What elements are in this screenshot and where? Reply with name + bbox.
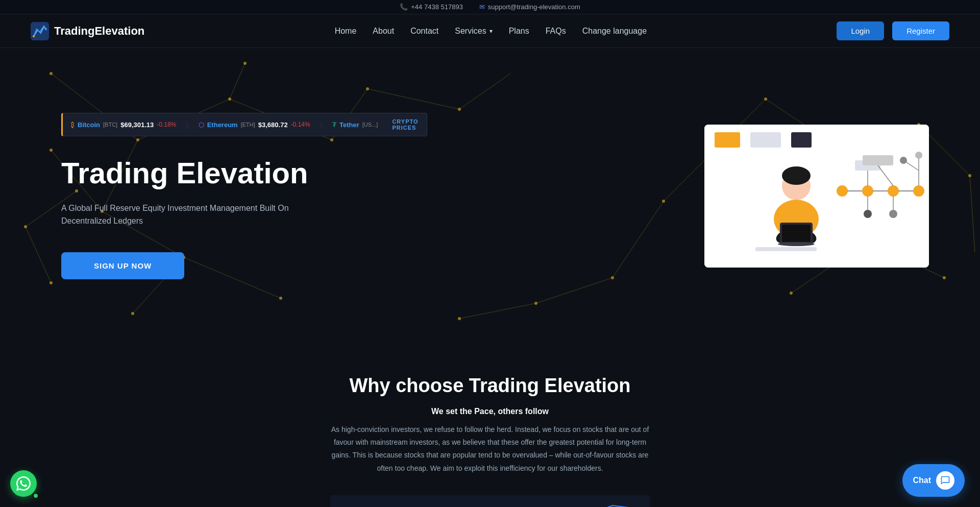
- login-button[interactable]: Login: [837, 21, 884, 40]
- nav-home[interactable]: Home: [335, 27, 357, 36]
- chat-icon: [936, 471, 954, 490]
- svg-rect-66: [782, 225, 811, 242]
- svg-point-40: [366, 87, 369, 90]
- svg-point-52: [611, 276, 614, 279]
- svg-point-72: [888, 186, 898, 196]
- illustration-svg: [704, 125, 929, 268]
- svg-rect-78: [863, 155, 893, 165]
- nav-contact[interactable]: Contact: [410, 27, 438, 36]
- svg-point-87: [889, 210, 897, 218]
- chat-button[interactable]: Chat: [902, 464, 965, 497]
- svg-point-85: [864, 210, 872, 218]
- svg-rect-88: [755, 247, 817, 251]
- crypto-ticker: ₿ Bitcoin [BTC] $69,301.13 -0.18% | ⬡ Et…: [61, 113, 427, 136]
- svg-point-54: [458, 317, 461, 320]
- svg-point-41: [458, 108, 461, 111]
- svg-rect-0: [31, 22, 49, 40]
- topbar: 📞 +44 7438 517893 ✉ support@trading-elev…: [0, 0, 980, 14]
- svg-point-45: [764, 98, 767, 101]
- svg-point-67: [778, 242, 815, 246]
- bottom-section: Asset Management Wealth Management: [0, 495, 980, 507]
- hero-content: ₿ Bitcoin [BTC] $69,301.13 -0.18% | ⬡ Et…: [61, 113, 408, 279]
- mini-chart-svg: [330, 495, 650, 507]
- phone-icon: 📞: [400, 3, 408, 11]
- svg-rect-57: [715, 132, 740, 148]
- svg-point-44: [50, 281, 53, 284]
- svg-point-61: [782, 166, 811, 185]
- svg-rect-59: [791, 132, 812, 148]
- hero-illustration: [704, 125, 929, 268]
- svg-rect-58: [750, 132, 781, 148]
- nav-services[interactable]: Services: [455, 27, 492, 36]
- eth-icon: ⬡: [199, 121, 204, 129]
- svg-point-68: [837, 186, 847, 196]
- chat-label: Chat: [913, 476, 931, 485]
- nav-about[interactable]: About: [373, 27, 394, 36]
- svg-point-53: [534, 302, 537, 305]
- svg-point-3: [45, 28, 47, 30]
- svg-point-37: [131, 312, 134, 315]
- usdt-icon: ₮: [332, 121, 336, 129]
- nav-plans[interactable]: Plans: [509, 27, 529, 36]
- navbar-actions: Login Register: [837, 21, 949, 40]
- hero-title: Trading Elevation: [61, 157, 408, 189]
- svg-point-32: [228, 98, 231, 101]
- svg-point-30: [50, 72, 53, 75]
- navbar: TradingElevation Home About Contact Serv…: [0, 14, 980, 48]
- why-subtitle: We set the Pace, others follow: [102, 407, 878, 416]
- email-icon: ✉: [479, 3, 485, 11]
- topbar-email: ✉ support@trading-elevation.com: [479, 3, 580, 11]
- usdt-ticker: ₮ Tether [US...]: [332, 121, 378, 129]
- chart-area: [330, 495, 650, 507]
- asset-management-card: Asset Management: [61, 495, 330, 507]
- online-indicator: [33, 493, 39, 499]
- whatsapp-button[interactable]: [10, 470, 37, 497]
- svg-point-35: [50, 149, 53, 152]
- nav-language[interactable]: Change language: [582, 27, 647, 36]
- svg-point-2: [33, 35, 35, 37]
- hero-subtitle: A Global Full Reserve Equity Investment …: [61, 202, 316, 228]
- crypto-prices-label: CRYPTO PRICES: [392, 118, 418, 131]
- brand-icon: [31, 22, 49, 40]
- nav-links: Home About Contact Services Plans FAQs C…: [335, 27, 647, 36]
- svg-point-82: [900, 157, 907, 164]
- svg-point-74: [914, 186, 924, 196]
- svg-point-70: [863, 186, 873, 196]
- why-title: Why choose Trading Elevation: [102, 375, 878, 397]
- btc-ticker: ₿ Bitcoin [BTC] $69,301.13 -0.18%: [71, 121, 176, 129]
- hero-section: ₿ Bitcoin [BTC] $69,301.13 -0.18% | ⬡ Et…: [0, 48, 980, 344]
- svg-point-83: [915, 152, 922, 159]
- nav-faqs[interactable]: FAQs: [546, 27, 566, 36]
- svg-point-33: [243, 62, 247, 65]
- signup-button[interactable]: SIGN UP NOW: [61, 252, 184, 279]
- svg-rect-89: [347, 495, 633, 507]
- topbar-phone: 📞 +44 7438 517893: [400, 3, 463, 11]
- svg-point-42: [24, 225, 27, 228]
- brand-logo[interactable]: TradingElevation: [31, 22, 144, 40]
- why-section: Why choose Trading Elevation We set the …: [0, 344, 980, 495]
- eth-ticker: ⬡ Ethereum [ETH] $3,680.72 -0.14%: [199, 121, 310, 129]
- svg-point-38: [279, 297, 282, 300]
- wealth-management-card: Wealth Management: [650, 495, 919, 507]
- svg-point-49: [943, 276, 946, 279]
- svg-point-50: [790, 292, 793, 295]
- why-body: As high-conviction investors, we refuse …: [327, 423, 653, 475]
- svg-point-51: [662, 200, 665, 203]
- svg-point-55: [968, 174, 971, 177]
- btc-icon: ₿: [71, 121, 75, 129]
- register-button[interactable]: Register: [892, 21, 949, 40]
